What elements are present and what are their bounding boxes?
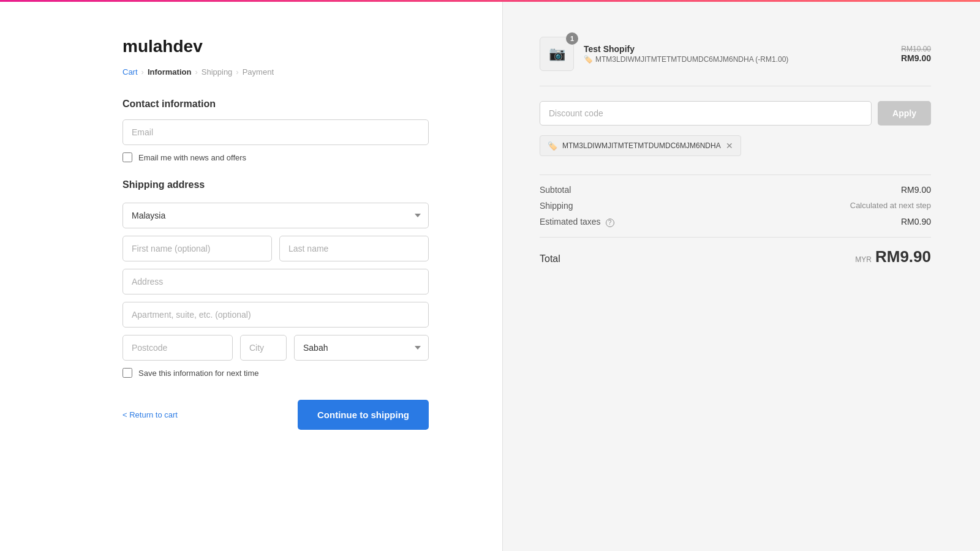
city-field[interactable] — [240, 335, 287, 361]
breadcrumb: Cart › Information › Shipping › Payment — [123, 67, 429, 77]
product-image: 📷 1 — [540, 37, 574, 71]
apply-discount-button[interactable]: Apply — [878, 101, 931, 126]
return-to-cart-link[interactable]: < Return to cart — [123, 410, 178, 419]
last-name-field[interactable] — [279, 236, 429, 261]
state-col: Sabah — [294, 335, 429, 361]
newsletter-row: Email me with news and offers — [123, 152, 429, 162]
total-currency: MYR — [855, 255, 872, 264]
product-price-col: RM10.00 RM9.00 — [901, 45, 931, 63]
remove-coupon-icon[interactable]: ✕ — [726, 141, 733, 151]
right-panel: 📷 1 Test Shopify 🏷️ MTM3LDIWMJITMTETMTDU… — [502, 0, 980, 551]
shipping-line: Shipping Calculated at next step — [540, 201, 931, 211]
address-field[interactable] — [123, 269, 429, 294]
apartment-group — [123, 302, 429, 328]
newsletter-checkbox[interactable] — [123, 152, 132, 162]
product-info: Test Shopify 🏷️ MTM3LDIWMJITMTETMTDUMDC6… — [584, 44, 891, 64]
continue-to-shipping-button[interactable]: Continue to shipping — [298, 400, 429, 430]
discount-row: Apply — [540, 101, 931, 126]
summary-divider — [540, 174, 931, 175]
total-line: Total MYR RM9.90 — [540, 237, 931, 266]
save-info-row: Save this information for next time — [123, 368, 429, 378]
email-field[interactable] — [123, 119, 429, 145]
apartment-field[interactable] — [123, 302, 429, 328]
save-info-checkbox[interactable] — [123, 368, 132, 378]
taxes-value: RM0.90 — [901, 217, 931, 227]
address-group — [123, 269, 429, 294]
state-select[interactable]: Sabah — [294, 335, 429, 361]
product-name: Test Shopify — [584, 44, 891, 54]
taxes-help-icon[interactable]: ? — [606, 219, 614, 227]
subtotal-value: RM9.00 — [901, 185, 931, 195]
store-name: mulahdev — [123, 37, 429, 56]
coupon-code-text: MTM3LDIWMJITMTETMTDUMDC6MJM6NDHA — [562, 141, 721, 150]
actions-row: < Return to cart Continue to shipping — [123, 400, 429, 430]
product-variant: MTM3LDIWMJITMTETMTDUMDC6MJM6NDHA (-RM1.0… — [595, 55, 788, 64]
breadcrumb-information: Information — [148, 67, 192, 77]
name-row — [123, 236, 429, 261]
city-row: Sabah — [123, 335, 429, 361]
top-bar — [0, 0, 980, 2]
first-name-field[interactable] — [123, 236, 272, 261]
breadcrumb-sep-3: › — [236, 67, 238, 77]
coupon-tag-icon: 🏷️ — [548, 141, 557, 151]
product-row: 📷 1 Test Shopify 🏷️ MTM3LDIWMJITMTETMTDU… — [540, 37, 931, 86]
shipping-label: Shipping — [540, 201, 573, 211]
breadcrumb-sep-2: › — [195, 67, 197, 77]
contact-section-title: Contact information — [123, 99, 429, 110]
save-info-label: Save this information for next time — [138, 369, 259, 378]
left-panel: mulahdev Cart › Information › Shipping ›… — [0, 0, 502, 551]
shipping-section-title: Shipping address — [123, 179, 429, 190]
country-group: Malaysia — [123, 203, 429, 228]
breadcrumb-sep-1: › — [141, 67, 144, 77]
postcode-col — [123, 335, 233, 361]
breadcrumb-cart[interactable]: Cart — [123, 67, 138, 77]
newsletter-label: Email me with news and offers — [138, 153, 246, 162]
city-col — [240, 335, 287, 361]
postcode-field[interactable] — [123, 335, 233, 361]
breadcrumb-shipping: Shipping — [202, 67, 233, 77]
taxes-line: Estimated taxes ? RM0.90 — [540, 217, 931, 227]
product-tag: 🏷️ MTM3LDIWMJITMTETMTDUMDC6MJM6NDHA (-RM… — [584, 55, 891, 64]
product-img-icon: 📷 — [549, 46, 565, 62]
discount-code-input[interactable] — [540, 101, 872, 126]
product-badge: 1 — [566, 32, 578, 45]
email-group — [123, 119, 429, 145]
price-current: RM9.00 — [901, 53, 931, 63]
shipping-value: Calculated at next step — [850, 201, 931, 211]
subtotal-line: Subtotal RM9.00 — [540, 185, 931, 195]
tag-icon: 🏷️ — [584, 55, 593, 64]
total-label: Total — [540, 253, 560, 264]
breadcrumb-payment: Payment — [243, 67, 274, 77]
coupon-tag: 🏷️ MTM3LDIWMJITMTETMTDUMDC6MJM6NDHA ✕ — [540, 135, 741, 156]
country-select[interactable]: Malaysia — [123, 203, 429, 228]
total-value: RM9.90 — [875, 247, 931, 266]
subtotal-label: Subtotal — [540, 185, 571, 195]
total-value-wrap: MYR RM9.90 — [855, 247, 931, 266]
taxes-label: Estimated taxes ? — [540, 217, 614, 227]
price-original: RM10.00 — [901, 45, 931, 53]
